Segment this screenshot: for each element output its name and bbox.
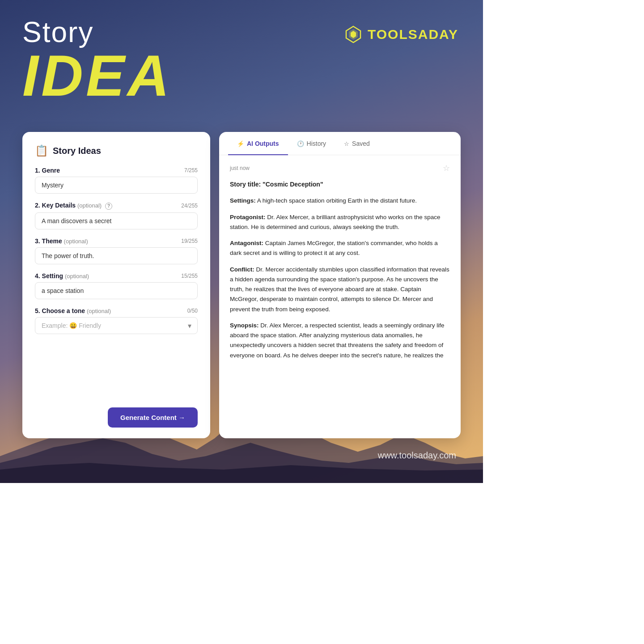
save-star-button[interactable]: ☆ (443, 163, 450, 173)
synopsis-text: Dr. Alex Mercer, a respected scientist, … (230, 322, 444, 359)
key-details-help-icon[interactable]: ? (105, 203, 112, 210)
field-key-details-label: 2. Key Details (optional) ? (35, 202, 112, 210)
field-setting: 4. Setting (optional) 15/255 (35, 272, 198, 299)
toolsaday-icon (343, 25, 363, 44)
field-genre-label-row: 1. Genre 7/255 (35, 167, 198, 174)
tone-select-wrapper: Example: 😀 Friendly 😀 Friendly 😐 Serious… (35, 317, 198, 334)
output-text: Story title: "Cosmic Deception" Settings… (230, 179, 450, 360)
field-key-details: 2. Key Details (optional) ? 24/255 (35, 202, 198, 229)
panels-container: 📋 Story Ideas 1. Genre 7/255 2. Key Deta… (22, 132, 461, 438)
tab-ai-outputs[interactable]: ⚡ AI Outputs (228, 132, 288, 155)
output-timestamp: just now (230, 165, 250, 171)
field-setting-label: 4. Setting (optional) (35, 272, 89, 280)
header-section: Story IDEA (22, 18, 172, 105)
field-tone-counter: 0/50 (187, 308, 198, 314)
logo-text: TOOLSADAY (368, 27, 458, 42)
field-key-details-label-row: 2. Key Details (optional) ? 24/255 (35, 202, 198, 210)
star-outline-icon: ☆ (344, 140, 349, 147)
antagonist-section: Antagonist: Captain James McGregor, the … (230, 238, 450, 258)
right-panel: ⚡ AI Outputs 🕐 History ☆ Saved just now … (219, 132, 461, 438)
antagonist-label: Antagonist: (230, 240, 263, 246)
story-title-line: Story title: "Cosmic Deception" (230, 179, 450, 190)
synopsis-section: Synopsis: Dr. Alex Mercer, a respected s… (230, 321, 450, 360)
output-content: just now ☆ Story title: "Cosmic Deceptio… (219, 155, 461, 438)
protagonist-section: Protagonist: Dr. Alex Mercer, a brillian… (230, 212, 450, 233)
logo-section: TOOLSADAY (343, 25, 458, 44)
setting-input[interactable] (35, 282, 198, 299)
generate-button-label: Generate Content → (120, 414, 185, 421)
field-theme-label: 3. Theme (optional) (35, 237, 88, 245)
field-key-details-counter: 24/255 (181, 203, 198, 209)
field-setting-label-row: 4. Setting (optional) 15/255 (35, 272, 198, 280)
conflict-label: Conflict: (230, 266, 254, 273)
idea-label: IDEA (22, 47, 172, 105)
panel-icon: 📋 (35, 144, 48, 157)
key-details-input[interactable] (35, 212, 198, 229)
settings-text: A high-tech space station orbiting Earth… (257, 197, 417, 204)
output-meta-row: just now ☆ (230, 163, 450, 173)
field-genre: 1. Genre 7/255 (35, 167, 198, 194)
theme-input[interactable] (35, 247, 198, 264)
genre-input[interactable] (35, 177, 198, 194)
field-tone: 5. Choose a tone (optional) 0/50 Example… (35, 307, 198, 334)
field-genre-counter: 7/255 (184, 167, 198, 174)
protagonist-label: Protagonist: (230, 214, 266, 220)
synopsis-label: Synopsis: (230, 322, 259, 329)
generate-button[interactable]: Generate Content → (108, 407, 198, 428)
conflict-section: Conflict: Dr. Mercer accidentally stumbl… (230, 265, 450, 314)
tabs-row: ⚡ AI Outputs 🕐 History ☆ Saved (219, 132, 461, 155)
lightning-icon: ⚡ (237, 140, 244, 147)
website-url: www.toolsaday.com (378, 450, 456, 461)
field-theme-label-row: 3. Theme (optional) 19/255 (35, 237, 198, 245)
field-genre-label: 1. Genre (35, 167, 60, 174)
tab-history-label: History (307, 140, 326, 147)
tab-saved[interactable]: ☆ Saved (335, 132, 379, 155)
field-theme: 3. Theme (optional) 19/255 (35, 237, 198, 264)
conflict-text: Dr. Mercer accidentally stumbles upon cl… (230, 266, 449, 313)
settings-section: Settings: A high-tech space station orbi… (230, 196, 450, 206)
field-tone-label: 5. Choose a tone (optional) (35, 307, 111, 314)
tone-select[interactable]: Example: 😀 Friendly 😀 Friendly 😐 Serious… (35, 317, 198, 334)
left-panel: 📋 Story Ideas 1. Genre 7/255 2. Key Deta… (22, 132, 210, 438)
story-label: Story (22, 18, 172, 47)
field-theme-counter: 19/255 (181, 238, 198, 244)
panel-header: 📋 Story Ideas (35, 144, 198, 157)
tab-history[interactable]: 🕐 History (288, 132, 335, 155)
field-tone-label-row: 5. Choose a tone (optional) 0/50 (35, 307, 198, 314)
tab-saved-label: Saved (352, 140, 370, 147)
panel-title: Story Ideas (53, 146, 101, 156)
settings-label: Settings: (230, 197, 256, 204)
field-setting-counter: 15/255 (181, 273, 198, 279)
tab-ai-outputs-label: AI Outputs (247, 140, 279, 147)
clock-icon: 🕐 (297, 140, 304, 147)
